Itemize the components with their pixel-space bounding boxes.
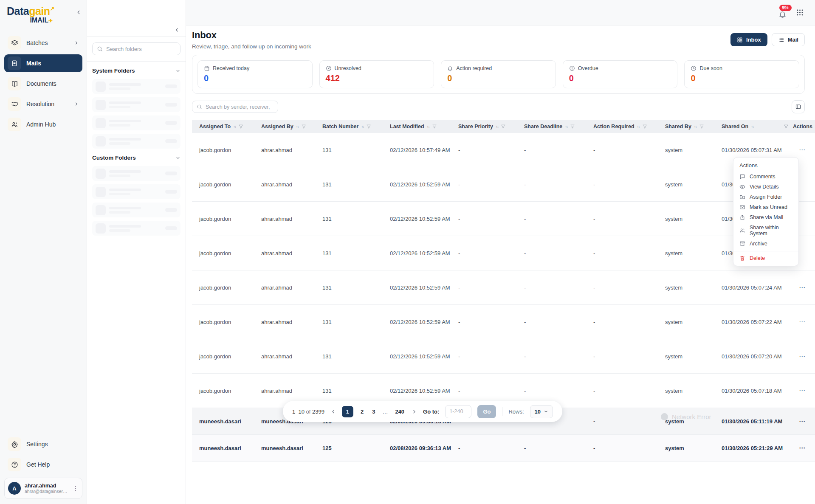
prev-page-icon[interactable] xyxy=(330,409,336,414)
comment-icon xyxy=(739,174,745,180)
filter-funnel-icon[interactable] xyxy=(238,124,243,129)
chevron-down-icon xyxy=(175,68,180,73)
sidebar-item-settings[interactable]: Settings xyxy=(4,435,82,453)
filter-funnel-icon[interactable] xyxy=(501,124,506,129)
menu-item-mark-unread[interactable]: Mark as Unread xyxy=(733,202,798,212)
table-row[interactable]: jacob.gordonahrar.ahmad13102/12/2026 10:… xyxy=(192,202,815,236)
sort-icon[interactable]: ↑↓ xyxy=(427,124,429,129)
sort-icon[interactable]: ↑↓ xyxy=(565,124,567,129)
filter-funnel-icon[interactable] xyxy=(366,124,371,129)
row-actions-icon[interactable]: ⋯ xyxy=(793,146,815,154)
sidebar-item-resolution[interactable]: Resolution xyxy=(4,95,82,113)
app-sidebar: Datagain↗ IMAIL✈ Batches Mails Documents… xyxy=(0,0,87,504)
chevron-right-icon[interactable] xyxy=(74,101,79,107)
goto-page-input[interactable] xyxy=(445,405,471,418)
row-actions-icon[interactable]: ⋯ xyxy=(793,444,815,452)
page-number[interactable]: 3 xyxy=(371,408,376,415)
column-label: Shared By xyxy=(665,124,691,130)
stat-card-unresolved: Unresolved 412 xyxy=(319,60,434,88)
table-search-input[interactable] xyxy=(206,104,274,110)
system-folders-header[interactable]: System Folders xyxy=(92,68,180,74)
sidebar-item-documents[interactable]: Documents xyxy=(4,75,82,93)
apps-grid-icon[interactable] xyxy=(796,8,804,17)
sort-icon[interactable]: ↑↓ xyxy=(296,124,299,129)
column-settings-button[interactable] xyxy=(792,100,805,113)
table-row-unread[interactable]: muneesh.dasarimuneesh.dasari12502/08/202… xyxy=(192,435,815,462)
folder-panel: System Folders Custom Folders xyxy=(87,0,186,504)
folder-skeleton xyxy=(92,79,180,94)
row-actions-icon[interactable]: ⋯ xyxy=(793,352,815,360)
go-button[interactable]: Go xyxy=(477,405,496,418)
gear-icon xyxy=(8,437,21,451)
page-number[interactable]: 2 xyxy=(359,408,365,415)
sidebar-collapse-icon[interactable] xyxy=(76,9,82,15)
menu-item-view-details[interactable]: View Details xyxy=(733,182,798,192)
sort-icon[interactable]: ↑↓ xyxy=(496,124,498,129)
sidebar-item-label: Resolution xyxy=(26,101,54,107)
table-row[interactable]: jacob.gordonahrar.ahmad13102/12/2026 10:… xyxy=(192,305,815,339)
notifications-bell-icon[interactable]: 99+ xyxy=(778,10,787,18)
user-name: ahrar.ahmad xyxy=(25,483,69,489)
table-row[interactable]: jacob.gordonahrar.ahmad13102/12/2026 10:… xyxy=(192,133,815,167)
inbox-view-button[interactable]: Inbox xyxy=(730,33,767,46)
actions-menu-title: Actions xyxy=(733,161,798,172)
sidebar-item-mails[interactable]: Mails xyxy=(4,54,82,72)
stat-label: Action required xyxy=(456,65,492,71)
system-folders-title: System Folders xyxy=(92,68,135,74)
row-actions-icon[interactable]: ⋯ xyxy=(793,284,815,291)
row-actions-icon[interactable]: ⋯ xyxy=(793,387,815,394)
kebab-menu-icon[interactable]: ⋮ xyxy=(73,485,79,492)
page-number-current[interactable]: 1 xyxy=(342,406,353,417)
filter-funnel-icon[interactable] xyxy=(699,124,704,129)
chevron-right-icon[interactable] xyxy=(74,40,79,45)
help-circle-icon xyxy=(8,458,21,471)
menu-item-archive[interactable]: Archive xyxy=(733,239,798,249)
sort-icon[interactable]: ↑↓ xyxy=(751,124,753,129)
folder-search[interactable] xyxy=(92,42,180,55)
folder-plus-icon xyxy=(739,194,745,200)
column-label: Shared On xyxy=(722,124,748,130)
table-row[interactable]: jacob.gordonahrar.ahmad13102/12/2026 10:… xyxy=(192,236,815,270)
rows-per-page-select[interactable]: 10 xyxy=(530,405,553,418)
stat-card-received-today: Received today 0 xyxy=(197,60,313,88)
search-icon xyxy=(97,46,103,52)
menu-item-share-mail[interactable]: Share via Mail xyxy=(733,212,798,222)
row-actions-icon[interactable]: ⋯ xyxy=(793,417,815,425)
custom-folders-loading-list xyxy=(92,166,180,236)
table-row[interactable]: jacob.gordonahrar.ahmad13102/12/2026 10:… xyxy=(192,339,815,374)
main-area: 99+ Inbox Review, triage, and follow up … xyxy=(186,0,815,504)
menu-item-share-system[interactable]: Share within System xyxy=(733,222,798,239)
stat-label: Due soon xyxy=(699,65,722,71)
sort-icon[interactable]: ↑↓ xyxy=(361,124,364,129)
filter-funnel-icon[interactable] xyxy=(301,124,306,129)
users-icon xyxy=(739,228,745,234)
user-profile-card[interactable]: A ahrar.ahmad ahrar@datagainservice... ⋮ xyxy=(4,478,82,499)
sort-icon[interactable]: ↑↓ xyxy=(694,124,697,129)
row-actions-icon[interactable]: ⋯ xyxy=(793,318,815,326)
menu-item-comments[interactable]: Comments xyxy=(733,172,798,182)
next-page-icon[interactable] xyxy=(412,409,417,414)
sort-icon[interactable]: ↑↓ xyxy=(233,124,236,129)
mail-view-button[interactable]: Mail xyxy=(772,33,805,46)
filter-funnel-icon[interactable] xyxy=(642,124,647,129)
sidebar-item-admin-hub[interactable]: Admin Hub xyxy=(4,115,82,133)
page-number-last[interactable]: 240 xyxy=(394,408,406,415)
custom-folders-title: Custom Folders xyxy=(92,155,136,161)
menu-item-assign-folder[interactable]: Assign Folder xyxy=(733,192,798,202)
sidebar-item-get-help[interactable]: Get Help xyxy=(4,456,82,473)
table-search[interactable] xyxy=(192,101,278,113)
sort-icon[interactable]: ↑↓ xyxy=(637,124,640,129)
folder-panel-collapse-icon[interactable] xyxy=(174,27,180,33)
filter-funnel-icon[interactable] xyxy=(784,124,789,129)
filter-funnel-icon[interactable] xyxy=(570,124,575,129)
filter-funnel-icon[interactable] xyxy=(432,124,437,129)
sidebar-item-batches[interactable]: Batches xyxy=(4,34,82,52)
stats-summary: Received today 0 Unresolved 412 Action r… xyxy=(192,55,805,94)
table-row[interactable]: jacob.gordonahrar.ahmad13102/12/2026 10:… xyxy=(192,167,815,202)
custom-folders-header[interactable]: Custom Folders xyxy=(92,155,180,161)
folder-search-input[interactable] xyxy=(106,46,176,52)
table-row[interactable]: jacob.gordonahrar.ahmad13102/12/2026 10:… xyxy=(192,270,815,305)
menu-item-delete[interactable]: Delete xyxy=(733,253,798,263)
folder-skeleton xyxy=(92,134,180,149)
row-actions-menu: Actions Comments View Details Assign Fol… xyxy=(733,157,799,266)
